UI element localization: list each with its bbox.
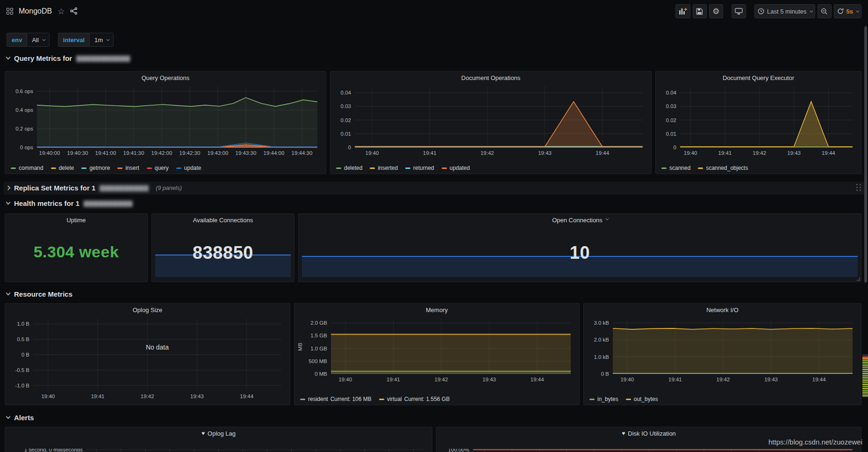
svg-text:19:40: 19:40 <box>366 150 379 156</box>
scroll-stripe-indicator <box>862 354 868 397</box>
document-operations-chart[interactable]: 0.040.030.020.01019:4019:4119:4219:4319:… <box>333 86 646 161</box>
legend-swatch <box>11 168 16 169</box>
panels-count-note: (9 panels) <box>156 185 182 191</box>
svg-text:19:43: 19:43 <box>787 150 801 156</box>
dashboard-grid-icon[interactable] <box>7 8 13 15</box>
chart-legend[interactable]: deletedinsertedreturnedupdated <box>336 165 470 171</box>
row-header-health-metrics[interactable]: Health metrics for 1 ▇▇▇▇▇▇▇▇▇▇ <box>7 199 133 207</box>
grafana-dashboard: MongoDB ☆ ⚙ Last 5 minutes <box>0 0 868 452</box>
legend-item[interactable]: deleted <box>336 165 362 171</box>
legend-item[interactable]: out_bytes <box>626 396 658 402</box>
oplog-lag-chart[interactable]: 1 second, 0 milliseconds <box>8 449 427 452</box>
panel-document-query-executor: Document Query Executor 0.040.030.020.01… <box>655 71 861 174</box>
row-drag-handle[interactable] <box>856 184 861 191</box>
network-io-chart[interactable]: 3.0 kB2.0 kB1.0 kB0 B19:4019:4119:4219:4… <box>587 318 856 393</box>
variable-interval-select[interactable]: 1m <box>89 33 114 47</box>
panel-title[interactable]: Memory <box>294 304 579 316</box>
panel-available-connections: Available Connections 838850 <box>151 213 294 282</box>
legend-item[interactable]: query <box>147 165 169 171</box>
chevron-down-icon <box>107 37 110 41</box>
alert-heart-icon: ♥ <box>201 430 205 437</box>
svg-text:500 MB: 500 MB <box>308 358 327 364</box>
disk-io-chart[interactable]: 100.00% <box>439 449 856 452</box>
row-header-alerts[interactable]: Alerts <box>7 414 34 422</box>
legend-item[interactable]: scanned_objects <box>698 165 748 171</box>
panel-title[interactable]: ♥ Oplog Lag <box>5 427 432 439</box>
svg-text:19:42: 19:42 <box>753 150 766 156</box>
time-range-label: Last 5 minutes <box>767 8 807 15</box>
panel-title[interactable]: Uptime <box>5 214 147 226</box>
chart-legend[interactable]: commanddeletegetmoreinsertqueryupdate <box>11 165 201 171</box>
legend-item[interactable]: delete <box>51 165 74 171</box>
variable-interval-label: interval <box>58 33 89 47</box>
svg-text:0.6 ops: 0.6 ops <box>15 88 33 94</box>
memory-chart[interactable]: 2.0 GB1.5 GB1.0 GB500 MB0 MB19:4019:4119… <box>297 318 574 393</box>
chart-legend[interactable]: residentCurrent: 106 MBvirtualCurrent: 1… <box>300 396 450 402</box>
panel-title[interactable]: Open Connections <box>299 214 861 226</box>
panel-resize-handle[interactable] <box>857 277 860 281</box>
legend-item[interactable]: virtualCurrent: 1.556 GB <box>379 396 450 402</box>
chevron-down-icon <box>6 415 11 419</box>
svg-text:3.0 kB: 3.0 kB <box>594 320 609 326</box>
legend-item[interactable]: inserted <box>370 165 398 171</box>
panel-title[interactable]: Query Operations <box>5 72 326 84</box>
svg-text:19:42:00: 19:42:00 <box>151 150 172 156</box>
panel-oplog-size: Oplog Size 1.0 B0.5 B0 B-0.5 B-1.0 B19:4… <box>5 303 290 405</box>
share-icon[interactable] <box>70 7 78 15</box>
legend-swatch <box>176 168 181 169</box>
document-query-executor-chart[interactable]: 0.040.030.020.01019:4019:4119:4219:4319:… <box>659 86 856 161</box>
legend-item[interactable]: in_bytes <box>589 396 618 402</box>
legend-item[interactable]: updated <box>442 165 470 171</box>
svg-text:0 MB: 0 MB <box>315 371 327 377</box>
row-header-resource-metrics[interactable]: Resource Metrics <box>7 290 72 298</box>
chart-legend[interactable]: scannedscanned_objects <box>661 165 748 171</box>
row-label: Alerts <box>14 414 34 422</box>
svg-text:0.03: 0.03 <box>666 103 676 109</box>
variable-env-select[interactable]: All <box>27 33 49 47</box>
legend-swatch <box>370 168 375 169</box>
row-header-query-metrics[interactable]: Query Metrics for ▇▇▇▇▇▇▇▇▇▇▇ <box>7 54 130 62</box>
query-operations-chart[interactable]: 0.6 ops0.4 ops0.2 ops0 ops19:40:0019:40:… <box>8 86 321 161</box>
redacted-host: ▇▇▇▇▇▇▇▇▇▇ <box>100 184 149 191</box>
oplog-size-chart[interactable]: 1.0 B0.5 B0 B-0.5 B-1.0 B19:4019:4119:42… <box>8 318 285 402</box>
page-scrollbar[interactable] <box>864 26 867 283</box>
panel-title[interactable]: Network I/O <box>584 304 861 316</box>
row-label: Health metrics for 1 <box>14 199 79 207</box>
time-range-picker[interactable]: Last 5 minutes <box>754 4 815 18</box>
cycle-view-mode-button[interactable] <box>732 4 746 18</box>
panel-title[interactable]: Available Connections <box>152 214 294 226</box>
svg-text:1.0 kB: 1.0 kB <box>594 354 609 360</box>
chart-legend[interactable]: in_bytesout_bytes <box>589 396 658 402</box>
svg-text:19:42: 19:42 <box>481 150 494 156</box>
add-panel-button[interactable] <box>675 4 690 18</box>
svg-text:0.02: 0.02 <box>341 117 351 123</box>
svg-text:19:44:00: 19:44:00 <box>264 150 285 156</box>
zoom-out-button[interactable] <box>818 4 832 18</box>
legend-swatch <box>405 168 410 169</box>
legend-item[interactable]: returned <box>405 165 434 171</box>
panel-title[interactable]: Oplog Size <box>5 304 290 316</box>
dashboard-settings-button[interactable]: ⚙ <box>709 4 723 18</box>
star-icon[interactable]: ☆ <box>57 7 65 15</box>
csdn-watermark: https://blog.csdn.net/zuozewei <box>768 438 862 446</box>
svg-text:19:41:30: 19:41:30 <box>123 150 144 156</box>
panel-title[interactable]: Document Query Executor <box>656 72 861 84</box>
svg-text:19:43: 19:43 <box>764 377 778 382</box>
svg-text:19:40: 19:40 <box>684 150 697 156</box>
legend-item[interactable]: command <box>11 165 43 171</box>
legend-item[interactable]: getmore <box>81 165 110 171</box>
svg-text:19:41: 19:41 <box>387 377 400 382</box>
svg-text:1 second, 0 milliseconds: 1 second, 0 milliseconds <box>24 449 83 452</box>
row-header-replica-set[interactable]: Replica Set Metrics for 1 ▇▇▇▇▇▇▇▇▇▇ (9 … <box>7 184 182 192</box>
save-dashboard-button[interactable] <box>693 4 707 18</box>
refresh-button[interactable]: 5s <box>834 4 861 18</box>
panel-title[interactable]: Document Operations <box>330 72 651 84</box>
legend-item[interactable]: insert <box>117 165 139 171</box>
legend-item[interactable]: update <box>176 165 201 171</box>
legend-item[interactable]: residentCurrent: 106 MB <box>300 396 372 402</box>
svg-text:19:44: 19:44 <box>531 377 544 382</box>
legend-item[interactable]: scanned <box>661 165 690 171</box>
svg-text:1.0 B: 1.0 B <box>17 321 29 327</box>
chevron-down-icon <box>810 9 813 12</box>
svg-text:19:43:30: 19:43:30 <box>236 150 257 156</box>
